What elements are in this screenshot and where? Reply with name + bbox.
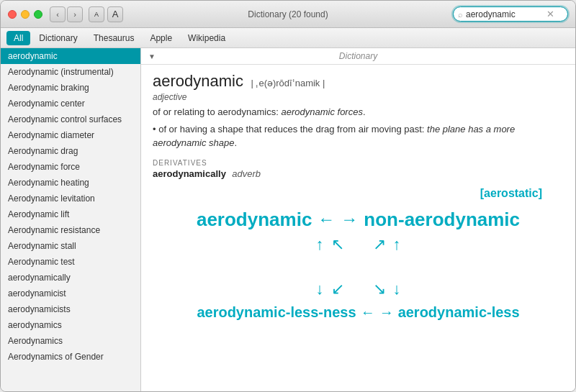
search-input[interactable] xyxy=(466,9,545,19)
thes-main-row: aerodynamic ← → non-aerodynamic xyxy=(197,209,520,231)
sidebar: aerodynamic Aerodynamic (instrumental) A… xyxy=(1,48,141,392)
sidebar-item-16[interactable]: aerodynamicists xyxy=(1,301,140,317)
font-large-button[interactable]: A xyxy=(107,6,123,22)
sidebar-item-10[interactable]: Aerodynamic lift xyxy=(1,206,140,222)
tab-thesaurus[interactable]: Thesaurus xyxy=(86,31,142,45)
font-small-button[interactable]: A xyxy=(89,6,104,22)
thes-down-arrows-left: ↓ ↙ xyxy=(316,280,344,298)
thes-bottom-arrow-right: → xyxy=(379,304,394,321)
dict-deriv-entry: aerodynamically adverb xyxy=(153,167,564,180)
thes-down-right-2: ↓ xyxy=(393,280,401,298)
thes-up-arrows-left: ↑ ↖ xyxy=(316,235,344,254)
thes-up-right-2: ↑ xyxy=(393,235,401,254)
sidebar-item-18[interactable]: Aerodynamics xyxy=(1,333,140,349)
close-button[interactable] xyxy=(8,10,17,19)
thes-down-right-1: ↘ xyxy=(373,280,386,298)
derivatives-label: DERIVATIVES xyxy=(153,159,564,167)
sidebar-item-2[interactable]: Aerodynamic braking xyxy=(1,80,140,96)
search-clear-button[interactable]: ✕ xyxy=(546,9,554,19)
thes-non-word: non-aerodynamic xyxy=(364,209,520,231)
dict-deriv-word: aerodynamically xyxy=(153,168,226,179)
thes-arrow-left: ← xyxy=(318,209,335,229)
thes-bottom-row: aerodynamic-less-ness ← → aerodynamic-le… xyxy=(197,304,519,321)
dict-def-1: of or relating to aerodynamics: aerodyna… xyxy=(153,105,564,119)
thes-down-left-2: ↙ xyxy=(331,280,344,298)
sidebar-item-4[interactable]: Aerodynamic control surfaces xyxy=(1,111,140,127)
back-button[interactable]: ‹ xyxy=(50,6,66,22)
sidebar-item-19[interactable]: Aerodynamics of Gender xyxy=(1,349,140,365)
nav-arrows: ‹ › xyxy=(50,6,83,22)
sidebar-item-1[interactable]: Aerodynamic (instrumental) xyxy=(1,64,140,80)
sidebar-item-8[interactable]: Aerodynamic heating xyxy=(1,175,140,191)
content-body: aerodynamic | ˌe(ə)rōdīˈnamik | adjectiv… xyxy=(141,65,575,392)
titlebar: ‹ › A A Dictionary (20 found) ⌕ ✕ xyxy=(1,1,575,28)
dict-headword-line: aerodynamic | ˌe(ə)rōdīˈnamik | xyxy=(153,72,564,91)
tabbar: All Dictionary Thesaurus Apple Wikipedia xyxy=(1,28,575,48)
sidebar-item-6[interactable]: Aerodynamic drag xyxy=(1,143,140,159)
sidebar-item-17[interactable]: aerodynamics xyxy=(1,317,140,333)
tab-wikipedia[interactable]: Wikipedia xyxy=(181,31,233,45)
thesaurus-visualization: [aerostatic] aerodynamic ← → non-aerodyn… xyxy=(153,180,564,328)
thes-up-arrows: ↑ ↖ ↗ ↑ xyxy=(316,235,401,254)
thes-up-right-1: ↗ xyxy=(373,235,386,254)
thes-bottom-right: aerodynamic-less xyxy=(398,304,520,321)
search-icon: ⌕ xyxy=(458,10,463,19)
tab-apple[interactable]: Apple xyxy=(143,31,179,45)
sidebar-item-7[interactable]: Aerodynamic force xyxy=(1,159,140,175)
sidebar-item-0[interactable]: aerodynamic xyxy=(1,48,140,64)
thes-main-word: aerodynamic xyxy=(197,209,312,231)
section-label: Dictionary xyxy=(339,51,377,61)
thes-bracket-word: [aerostatic] xyxy=(480,187,542,200)
sidebar-item-13[interactable]: Aerodynamic test xyxy=(1,254,140,270)
collapse-button[interactable]: ▼ xyxy=(148,53,156,60)
thes-bottom-left: aerodynamic-less-ness xyxy=(197,304,356,321)
content-area: ▼ Dictionary aerodynamic | ˌe(ə)rōdīˈnam… xyxy=(141,48,575,392)
dict-word: aerodynamic xyxy=(153,72,243,90)
dict-entry: aerodynamic | ˌe(ə)rōdīˈnamik | adjectiv… xyxy=(153,72,564,180)
sidebar-item-12[interactable]: Aerodynamic stall xyxy=(1,238,140,254)
dict-deriv-pos: adverb xyxy=(232,168,261,179)
sidebar-item-5[interactable]: Aerodynamic diameter xyxy=(1,127,140,143)
thes-down-arrows: ↓ ↙ ↘ ↓ xyxy=(316,280,401,298)
sidebar-item-14[interactable]: aerodynamically xyxy=(1,270,140,286)
tab-all[interactable]: All xyxy=(6,31,30,45)
thes-top-row: [aerostatic] xyxy=(153,187,564,201)
main-layout: aerodynamic Aerodynamic (instrumental) A… xyxy=(1,48,575,392)
thes-arrow-right: → xyxy=(341,209,358,229)
dict-def-2: • of or having a shape that reduces the … xyxy=(153,122,564,150)
thes-up-arrows-right: ↗ ↑ xyxy=(373,235,401,254)
minimize-button[interactable] xyxy=(21,10,30,19)
maximize-button[interactable] xyxy=(34,10,42,19)
dict-pos: adjective xyxy=(153,92,564,102)
forward-button[interactable]: › xyxy=(67,6,83,22)
thes-down-left-1: ↓ xyxy=(316,280,324,298)
thes-down-arrows-right: ↘ ↓ xyxy=(373,280,401,298)
search-box[interactable]: ⌕ ✕ xyxy=(453,6,568,22)
font-size-controls: A A xyxy=(89,6,123,22)
window-title: Dictionary (20 found) xyxy=(248,9,328,19)
sidebar-item-11[interactable]: Aerodynamic resistance xyxy=(1,222,140,238)
thes-bottom-arrow-left: ← xyxy=(361,304,375,321)
content-header: ▼ Dictionary xyxy=(141,48,575,65)
dict-derivatives: DERIVATIVES aerodynamically adverb xyxy=(153,159,564,180)
sidebar-item-15[interactable]: aerodynamicist xyxy=(1,286,140,301)
thes-up-left-1: ↑ xyxy=(316,235,324,254)
traffic-lights xyxy=(8,10,42,19)
thes-up-left-2: ↖ xyxy=(331,235,344,254)
dict-pronunciation: | ˌe(ə)rōdīˈnamik | xyxy=(251,78,325,88)
tab-dictionary[interactable]: Dictionary xyxy=(32,31,84,45)
sidebar-item-3[interactable]: Aerodynamic center xyxy=(1,96,140,111)
sidebar-item-9[interactable]: Aerodynamic levitation xyxy=(1,191,140,206)
